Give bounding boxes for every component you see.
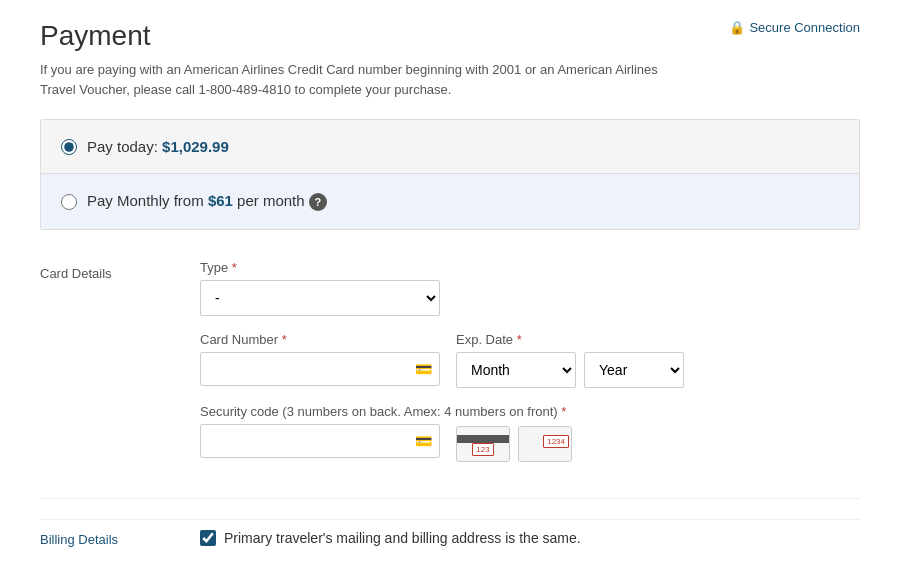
card-number-icon: 💳 (415, 361, 432, 377)
year-select[interactable]: Year 2024 2025 2026 2027 2028 2029 2030 (584, 352, 684, 388)
security-input-wrapper: 💳 (200, 424, 440, 458)
billing-same-checkbox[interactable] (200, 530, 216, 546)
billing-details-section: Billing Details Primary traveler's maili… (40, 519, 860, 547)
pay-today-amount: $1,029.99 (162, 138, 229, 155)
security-input-icon-wrapper: 💳 (200, 424, 440, 458)
security-code-input[interactable] (200, 424, 440, 458)
exp-date-selects: Month 01 02 03 04 05 06 07 08 09 10 11 (456, 352, 684, 388)
payment-options-container: Pay today: $1,029.99 Pay Monthly from $6… (40, 119, 860, 230)
month-select[interactable]: Month 01 02 03 04 05 06 07 08 09 10 11 (456, 352, 576, 388)
card-fields-container: Type * - Visa MasterCard American Expres… (200, 260, 860, 478)
card-number-input[interactable] (200, 352, 440, 386)
card-number-expiry-row: Card Number * 💳 Exp. Date * Month (200, 332, 860, 388)
card-images-container: 123 1234 (456, 426, 572, 462)
card-back-code: 123 (472, 443, 493, 456)
type-field-label: Type * (200, 260, 860, 275)
card-front-code: 1234 (543, 435, 569, 448)
pay-today-option[interactable]: Pay today: $1,029.99 (41, 120, 859, 173)
type-field-group: Type * - Visa MasterCard American Expres… (200, 260, 860, 316)
card-number-required-marker: * (282, 332, 287, 347)
pay-monthly-radio[interactable] (61, 194, 77, 210)
pay-today-radio[interactable] (61, 139, 77, 155)
security-card-icon: 💳 (415, 433, 432, 449)
pay-monthly-text: Pay Monthly from (87, 192, 208, 209)
billing-same-label: Primary traveler's mailing and billing a… (224, 530, 581, 546)
exp-date-field-group: Exp. Date * Month 01 02 03 04 05 06 07 (456, 332, 684, 388)
security-code-label: Security code (3 numbers on back. Amex: … (200, 404, 860, 419)
type-required-marker: * (232, 260, 237, 275)
card-details-section: Card Details Type * - Visa MasterCard Am… (40, 250, 860, 488)
card-number-field-group: Card Number * 💳 (200, 332, 440, 386)
pay-monthly-amount: $61 (208, 192, 233, 209)
card-number-label: Card Number * (200, 332, 440, 347)
card-number-input-wrapper: 💳 (200, 352, 440, 386)
pay-today-label: Pay today: $1,029.99 (87, 138, 229, 155)
card-front-image: 1234 (518, 426, 572, 462)
pay-today-text: Pay today: (87, 138, 162, 155)
billing-details-label: Billing Details (40, 530, 180, 547)
secure-connection: 🔒 Secure Connection (729, 20, 860, 35)
exp-date-label: Exp. Date * (456, 332, 684, 347)
security-code-field-group: Security code (3 numbers on back. Amex: … (200, 404, 860, 462)
secure-connection-label: Secure Connection (749, 20, 860, 35)
security-row: 💳 123 1234 (200, 424, 860, 462)
page-subtitle: If you are paying with an American Airli… (40, 60, 660, 99)
exp-date-required-marker: * (517, 332, 522, 347)
card-stripe (457, 435, 509, 443)
security-required-marker: * (561, 404, 566, 419)
billing-checkbox-row: Primary traveler's mailing and billing a… (200, 530, 581, 546)
help-icon[interactable]: ? (309, 193, 327, 211)
lock-icon: 🔒 (729, 20, 745, 35)
type-select[interactable]: - Visa MasterCard American Express Disco… (200, 280, 440, 316)
card-back-image: 123 (456, 426, 510, 462)
pay-monthly-suffix: per month (233, 192, 305, 209)
card-details-label: Card Details (40, 260, 180, 478)
section-divider (40, 498, 860, 499)
pay-monthly-option[interactable]: Pay Monthly from $61 per month ? (41, 173, 859, 229)
pay-monthly-label: Pay Monthly from $61 per month ? (87, 192, 327, 211)
